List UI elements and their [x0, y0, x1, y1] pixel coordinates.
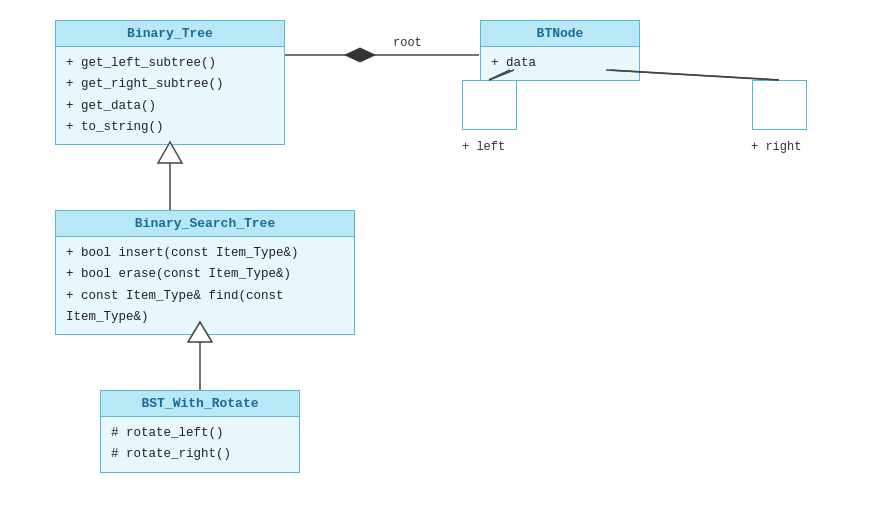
method-get-data: + get_data(): [66, 96, 274, 117]
method-get-left: + get_left_subtree(): [66, 53, 274, 74]
bst-body: + bool insert(const Item_Type&) + bool e…: [56, 237, 354, 334]
btnode-class: BTNode + data: [480, 20, 640, 81]
btnode-left-box: [462, 80, 517, 130]
binary-search-tree-class: Binary_Search_Tree + bool insert(const I…: [55, 210, 355, 335]
svg-marker-6: [158, 142, 182, 163]
btnode-right-box: [752, 80, 807, 130]
btnode-header: BTNode: [481, 21, 639, 47]
bst-rotate-header: BST_With_Rotate: [101, 391, 299, 417]
left-label: + left: [462, 140, 505, 154]
method-to-string: + to_string(): [66, 117, 274, 138]
btnode-body: + data: [481, 47, 639, 80]
binary-tree-body: + get_left_subtree() + get_right_subtree…: [56, 47, 284, 144]
bst-rotate-class: BST_With_Rotate # rotate_left() # rotate…: [100, 390, 300, 473]
binary-tree-class: Binary_Tree + get_left_subtree() + get_r…: [55, 20, 285, 145]
binary-tree-header: Binary_Tree: [56, 21, 284, 47]
svg-marker-2: [345, 48, 375, 62]
method-get-right: + get_right_subtree(): [66, 74, 274, 95]
method-find: + const Item_Type& find(const Item_Type&…: [66, 286, 344, 329]
method-rotate-right: # rotate_right(): [111, 444, 289, 465]
method-erase: + bool erase(const Item_Type&): [66, 264, 344, 285]
field-data: + data: [491, 53, 629, 74]
root-label: root: [393, 36, 422, 50]
bst-rotate-body: # rotate_left() # rotate_right(): [101, 417, 299, 472]
uml-diagram: Binary_Tree + get_left_subtree() + get_r…: [0, 0, 885, 521]
right-label: + right: [751, 140, 801, 154]
bst-header: Binary_Search_Tree: [56, 211, 354, 237]
method-rotate-left: # rotate_left(): [111, 423, 289, 444]
method-insert: + bool insert(const Item_Type&): [66, 243, 344, 264]
